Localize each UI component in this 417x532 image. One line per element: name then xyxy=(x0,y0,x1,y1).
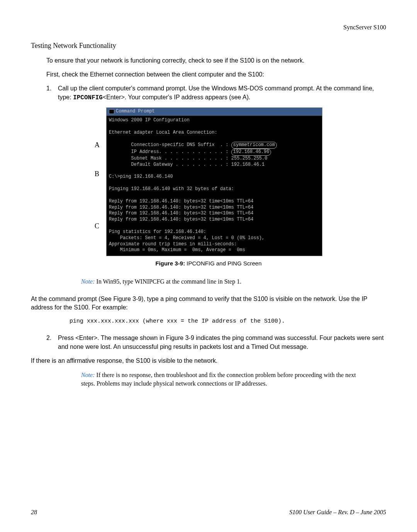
term-suffix-oval: symmetricom.com xyxy=(231,142,277,149)
figure-caption-label: Figure 3-9: xyxy=(155,260,185,267)
step-2-number: 2. xyxy=(46,334,58,351)
note-1: Note: In Win95, type WINIPCFG at the com… xyxy=(81,277,367,286)
step-2: 2. Press <Enter>. The message shown in F… xyxy=(46,334,386,351)
terminal-body: Windows 2000 IP Configuration Ethernet a… xyxy=(107,116,322,256)
marker-c: C xyxy=(95,221,99,231)
marker-a: A xyxy=(95,140,100,150)
marker-b: B xyxy=(95,169,99,179)
term-stats-4: Minimum = 0ms, Maximum = 0ms, Average = … xyxy=(109,247,245,253)
section-title: Testing Network Functionality xyxy=(31,41,386,51)
note-2: Note: If there is no response, then trou… xyxy=(81,371,367,388)
footer-page-number: 28 xyxy=(31,508,37,517)
term-cfg-suffix: Connection-specific DNS Suffix . : xyxy=(109,142,231,148)
figure-markers: A B C xyxy=(95,107,106,256)
terminal-figure: A B C Command Prompt Windows 2000 IP Con… xyxy=(31,107,386,256)
step-1-text-b: <Enter>. Your computer's IP address appe… xyxy=(103,94,251,100)
step-1: 1. Call up the client computer's command… xyxy=(46,84,386,102)
term-ping-header: Pinging 192.168.46.140 with 32 bytes of … xyxy=(109,186,234,192)
term-reply-1: Reply from 192.168.46.140: bytes=32 time… xyxy=(109,199,253,204)
note-2-text: If there is no response, then troublesho… xyxy=(81,372,356,387)
term-cfg-mask: Subnet Mask . . . . . . . . . . . : 255.… xyxy=(109,156,267,161)
intro-paragraph-1: To ensure that your network is functioni… xyxy=(46,56,386,65)
term-stats-2: Packets: Sent = 4, Received = 4, Lost = … xyxy=(109,235,264,241)
term-cfg-ip-a: IP Address. . . . . . . . . . . . : xyxy=(109,149,231,155)
page-header-product: SyncServer S100 xyxy=(31,23,386,32)
term-stats-3: Approximate round trip times in milli-se… xyxy=(109,241,237,247)
term-reply-3: Reply from 192.168.46.140: bytes=32 time… xyxy=(109,211,253,216)
term-reply-2: Reply from 192.168.46.140: bytes=32 time… xyxy=(109,205,253,210)
term-line-winver: Windows 2000 IP Configuration xyxy=(109,117,190,123)
command-prompt-window: Command Prompt Windows 2000 IP Configura… xyxy=(106,107,322,256)
step-2-text: Press <Enter>. The message shown in Figu… xyxy=(58,334,386,351)
ping-example-code: ping xxx.xxx.xxx.xxx (where xxx = the IP… xyxy=(70,317,386,325)
intro-paragraph-2: First, check the Ethernet connection bet… xyxy=(46,70,386,79)
terminal-title-text: Command Prompt xyxy=(116,109,155,115)
term-ip-oval: 192.168.46.96 xyxy=(231,149,271,156)
cmd-icon xyxy=(109,109,114,114)
step-1-number: 1. xyxy=(46,84,58,102)
term-ping-cmd: C:\>ping 192.168.46.140 xyxy=(109,174,173,179)
note-1-text: In Win95, type WINIPCFG at the command l… xyxy=(95,278,242,285)
page-footer: 28 S100 User Guide – Rev. D – June 2005 xyxy=(31,508,386,517)
term-line-adapter: Ethernet adapter Local Area Connection: xyxy=(109,130,217,135)
terminal-titlebar: Command Prompt xyxy=(107,108,322,116)
term-stats-1: Ping statistics for 192.168.46.140: xyxy=(109,229,206,235)
note-2-label: Note: xyxy=(81,372,95,378)
figure-caption: Figure 3-9: IPCONFIG and PING Screen xyxy=(31,259,386,267)
footer-doc-title: S100 User Guide – Rev. D – June 2005 xyxy=(289,508,386,517)
paragraph-3: At the command prompt (See Figure 3-9), … xyxy=(31,295,386,312)
term-reply-4: Reply from 192.168.46.140: bytes=32 time… xyxy=(109,217,253,222)
figure-caption-text: IPCONFIG and PING Screen xyxy=(185,260,261,267)
step-1-text: Call up the client computer's command pr… xyxy=(58,84,386,102)
note-1-label: Note: xyxy=(81,278,95,285)
paragraph-4: If there is an affirmative response, the… xyxy=(31,357,386,365)
ipconfig-command: IPCONFIG xyxy=(73,94,103,101)
term-cfg-gw: Default Gateway . . . . . . . . . : 192.… xyxy=(109,162,264,167)
